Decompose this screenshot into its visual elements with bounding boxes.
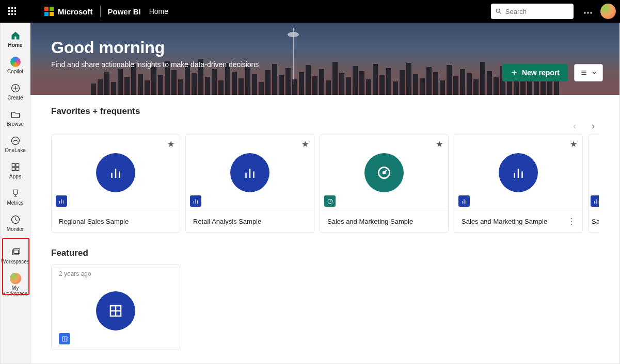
trophy-icon [10, 188, 21, 199]
copilot-icon [10, 56, 21, 68]
brand-block: Microsoft Power BI [29, 6, 141, 17]
nav-workspaces[interactable]: Workspaces [1, 242, 30, 269]
header-more-icon[interactable] [582, 6, 594, 18]
app-launcher-icon[interactable] [4, 3, 21, 20]
svg-point-11 [584, 12, 585, 13]
user-avatar[interactable] [600, 4, 616, 19]
svg-point-45 [383, 172, 385, 174]
svg-rect-21 [15, 168, 19, 171]
card-more-icon[interactable]: ⋮ [567, 217, 575, 226]
nav-label: Home [8, 42, 23, 48]
cards-row: ★ Regional Sales Sample ★ [51, 135, 599, 233]
nav-label: Metrics [7, 200, 23, 206]
svg-rect-8 [14, 13, 16, 15]
nav-copilot[interactable]: Copilot [1, 52, 30, 78]
item-type-badge-icon [458, 195, 470, 207]
top-bar: Microsoft Power BI Home [0, 0, 620, 23]
svg-rect-25 [12, 250, 19, 255]
search-icon [495, 7, 502, 15]
featured-card[interactable]: 2 years ago [51, 264, 180, 350]
cards-pager: ‹ › [51, 121, 599, 131]
nav-browse[interactable]: Browse [1, 105, 30, 131]
app-name[interactable]: Power BI [108, 7, 141, 16]
favorite-star-icon[interactable]: ★ [436, 139, 443, 149]
pager-next-icon[interactable]: › [592, 121, 595, 131]
pager-prev-icon: ‹ [573, 121, 576, 131]
brand-text: Microsoft [58, 7, 93, 16]
report-card[interactable]: ★ Sales and Marketing Sample [320, 135, 449, 233]
favorite-star-icon[interactable]: ★ [167, 139, 174, 149]
item-type-badge-icon [190, 195, 201, 207]
item-type-badge-icon [59, 333, 70, 344]
page-title-top: Home [149, 7, 168, 15]
svg-rect-5 [14, 10, 16, 12]
new-report-label: New report [522, 69, 560, 77]
svg-rect-26 [13, 249, 20, 253]
svg-point-13 [590, 12, 592, 13]
nav-label: OneLake [5, 147, 26, 153]
main-area: Good morning Find and share actionable i… [30, 23, 619, 363]
svg-point-9 [496, 9, 500, 12]
card-title: Sales and Marketing Sample [327, 218, 413, 225]
nav-metrics[interactable]: Metrics [1, 184, 30, 210]
left-nav: Home Copilot Create Browse OneLake [1, 23, 30, 363]
report-card[interactable]: ★ Regional Sales Sample [51, 135, 180, 233]
favorites-section: Favorites + frequents ‹ › ★ [30, 95, 619, 233]
report-icon [230, 153, 269, 192]
nav-my-workspace[interactable]: My workspace [1, 269, 30, 301]
svg-rect-6 [8, 13, 10, 15]
report-icon [499, 153, 538, 192]
nav-label: Browse [7, 121, 24, 127]
svg-rect-1 [11, 7, 13, 9]
apps-icon [10, 161, 21, 173]
featured-section: Featured 2 years ago [30, 233, 619, 350]
avatar-icon [10, 273, 21, 284]
card-title: Retail Analysis Sample [193, 218, 261, 225]
nav-monitor[interactable]: Monitor [1, 210, 30, 236]
nav-onelake[interactable]: OneLake [1, 131, 30, 157]
dashboard-icon [364, 153, 404, 192]
microsoft-logo-icon [44, 7, 54, 16]
workspaces-icon [10, 246, 21, 258]
nav-label: Create [7, 95, 23, 101]
report-card[interactable]: ★ Sales and Marketing Sample ⋮ [454, 135, 583, 233]
svg-rect-18 [12, 163, 15, 167]
card-title: Sales and Marketing Sample [462, 218, 547, 225]
nav-label: Monitor [7, 226, 24, 232]
monitor-icon [10, 214, 21, 225]
item-type-badge-icon [56, 195, 67, 207]
chevron-down-icon [591, 70, 597, 76]
nav-create[interactable]: Create [1, 78, 30, 105]
onelake-icon [10, 135, 21, 146]
item-type-badge-icon [591, 195, 599, 207]
favorite-star-icon[interactable]: ★ [570, 139, 577, 149]
view-options-button[interactable] [574, 64, 603, 81]
greeting-title: Good morning [51, 38, 599, 57]
folder-icon [10, 109, 21, 120]
section-title: Favorites + frequents [51, 106, 599, 117]
app-icon [96, 291, 135, 330]
svg-rect-20 [12, 168, 15, 171]
report-card[interactable]: Sa [588, 135, 599, 233]
search-box[interactable] [491, 4, 574, 19]
favorite-star-icon[interactable]: ★ [301, 139, 309, 149]
featured-meta: 2 years ago [59, 270, 172, 277]
hero-banner: Good morning Find and share actionable i… [30, 23, 619, 95]
home-icon [10, 30, 21, 41]
new-report-button[interactable]: New report [502, 64, 568, 81]
plus-circle-icon [10, 82, 21, 94]
nav-home[interactable]: Home [1, 26, 30, 52]
nav-apps[interactable]: Apps [1, 157, 30, 184]
report-icon [96, 153, 135, 192]
svg-rect-2 [14, 7, 16, 9]
section-title: Featured [51, 248, 599, 258]
svg-rect-19 [15, 163, 19, 167]
nav-label: My workspace [1, 285, 30, 296]
svg-line-10 [500, 12, 501, 14]
svg-rect-3 [8, 10, 10, 12]
report-card[interactable]: ★ Retail Analysis Sample [185, 135, 314, 233]
item-type-badge-icon [324, 195, 336, 207]
svg-rect-0 [8, 7, 10, 9]
card-title: Sa [592, 218, 599, 225]
search-input[interactable] [505, 8, 569, 15]
